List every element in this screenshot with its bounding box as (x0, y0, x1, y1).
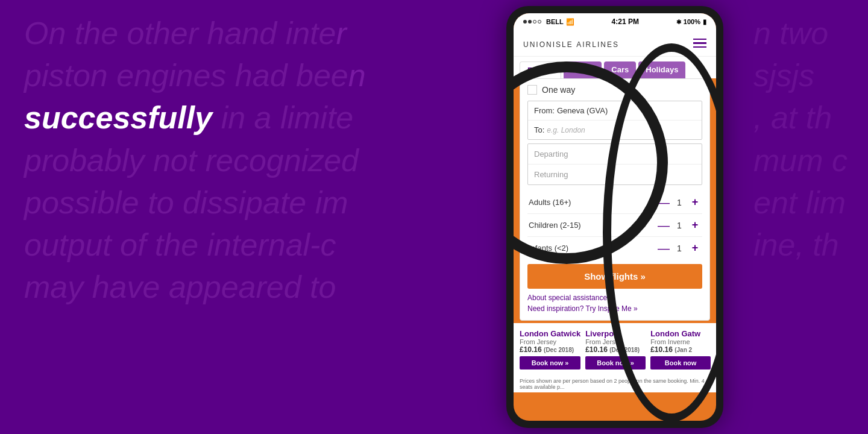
date-group: Departing Returning (527, 143, 702, 185)
infants-row: Infants (<2) — 1 + (527, 237, 702, 259)
hamburger-line-3 (693, 46, 706, 48)
dot2 (528, 20, 532, 24)
wifi-icon: 📶 (566, 18, 574, 26)
children-controls: — 1 + (658, 219, 701, 231)
infants-plus[interactable]: + (689, 242, 701, 254)
dest-card-0: London Gatwick From Jersey £10.16 (Dec 2… (520, 329, 580, 370)
app-logo: Unionisle AIRLINES (523, 36, 619, 50)
dest-price-1: £10.16 (Dec 2018) (585, 345, 646, 354)
dest-city-1: Liverpool (585, 329, 646, 338)
book-btn-2[interactable]: Book now (650, 356, 711, 370)
time-display: 4:21 PM (612, 17, 639, 26)
infants-minus[interactable]: — (658, 242, 670, 254)
dest-price-2: £10.16 (Jan 2 (650, 345, 711, 354)
battery-icon: ▮ (703, 18, 706, 26)
status-left: BELL 📶 (523, 18, 574, 26)
phone-mockup: BELL 📶 4:21 PM ✱ 100% ▮ Unionisle AIRLIN… (470, 0, 760, 434)
right-bg-text: n two sjsjs , at th mum c ent lim ine, t… (747, 0, 868, 434)
departing-field[interactable]: Departing (528, 144, 702, 165)
book-btn-0[interactable]: Book now » (520, 356, 580, 370)
battery-label: 100% (684, 18, 700, 25)
destination-cards: London Gatwick From Jersey £10.16 (Dec 2… (514, 323, 716, 376)
adults-count: 1 (676, 198, 683, 207)
prices-note: Prices shown are per person based on 2 p… (514, 376, 716, 392)
adults-label: Adults (16+) (529, 198, 571, 207)
bluetooth-icon: ✱ (676, 19, 681, 25)
search-form: One way From: Geneva (GVA) To: e.g. Lond… (520, 78, 710, 321)
highlight-word: successfully (24, 100, 212, 135)
dest-city-2: London Gatw (650, 329, 711, 338)
dest-price-0: £10.16 (Dec 2018) (520, 345, 580, 354)
phone-frame: BELL 📶 4:21 PM ✱ 100% ▮ Unionisle AIRLIN… (506, 6, 723, 428)
adults-controls: — 1 + (658, 196, 701, 209)
dest-from-2: From Inverne (650, 338, 711, 345)
to-placeholder: e.g. London (547, 126, 585, 134)
adults-plus[interactable]: + (689, 196, 701, 209)
dest-from-1: From Jersey (585, 338, 646, 345)
tab-cars[interactable]: Cars (604, 61, 636, 78)
hamburger-line-2 (693, 42, 706, 44)
dest-from-0: From Jersey (520, 338, 580, 345)
show-flights-button[interactable]: Show flights » (527, 264, 702, 289)
one-way-label: One way (542, 85, 575, 95)
children-plus[interactable]: + (689, 219, 701, 231)
dot4 (538, 20, 541, 24)
dot1 (523, 20, 527, 24)
dot3 (533, 20, 536, 24)
to-label: To: (534, 125, 544, 134)
phone-screen: BELL 📶 4:21 PM ✱ 100% ▮ Unionisle AIRLIN… (514, 13, 716, 421)
from-value: Geneva (GVA) (557, 106, 608, 115)
hamburger-line-1 (693, 39, 706, 40)
children-row: Children (2-15) — 1 + (527, 214, 702, 237)
one-way-checkbox[interactable] (527, 85, 537, 95)
returning-field[interactable]: Returning (528, 165, 702, 184)
adults-row: Adults (16+) — 1 + (527, 191, 702, 214)
one-way-row: One way (527, 85, 702, 95)
dest-card-1: Liverpool From Jersey £10.16 (Dec 2018) … (585, 329, 646, 370)
dest-city-0: London Gatwick (520, 329, 580, 338)
to-field-row[interactable]: To: e.g. London (528, 121, 702, 139)
tab-holidays[interactable]: Holidays (638, 61, 685, 78)
tab-flights[interactable]: Flights (520, 61, 561, 78)
infants-controls: — 1 + (658, 242, 701, 254)
from-to-wrapper: From: Geneva (GVA) To: e.g. London (527, 101, 702, 140)
status-right: ✱ 100% ▮ (676, 18, 706, 26)
special-assistance-link[interactable]: About special assistance » (527, 292, 702, 303)
nav-tabs: Flights Hotels Cars Holidays (514, 57, 716, 78)
children-label: Children (2-15) (529, 221, 581, 230)
carrier-label: BELL (546, 18, 564, 25)
logo-bold: Unionisle (523, 40, 573, 49)
children-minus[interactable]: — (658, 219, 670, 231)
app-header: Unionisle AIRLINES (514, 30, 716, 57)
infants-label: Infants (<2) (529, 244, 568, 253)
children-count: 1 (676, 221, 683, 230)
hamburger-menu[interactable] (693, 39, 706, 48)
inspire-me-link[interactable]: Need inspiration? Try Inspire Me » (527, 303, 702, 314)
adults-minus[interactable]: — (658, 197, 670, 209)
status-bar: BELL 📶 4:21 PM ✱ 100% ▮ (514, 13, 716, 30)
passengers-section: Adults (16+) — 1 + Children (2-15) — 1 + (527, 191, 702, 259)
infants-count: 1 (676, 244, 683, 253)
dest-card-2: London Gatw From Inverne £10.16 (Jan 2 B… (650, 329, 711, 370)
signal-dots (523, 20, 541, 24)
from-label: From: (534, 106, 555, 115)
tab-hotels[interactable]: Hotels (564, 61, 602, 78)
book-btn-1[interactable]: Book now » (585, 356, 646, 370)
logo-light: AIRLINES (576, 40, 619, 49)
from-field-row[interactable]: From: Geneva (GVA) (528, 101, 702, 121)
